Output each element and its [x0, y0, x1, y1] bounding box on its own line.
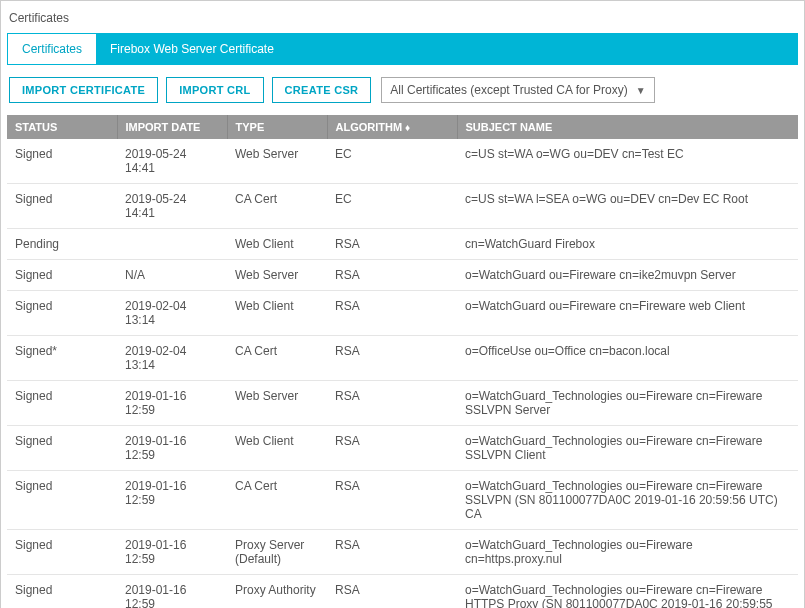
toolbar: IMPORT CERTIFICATE IMPORT CRL CREATE CSR… [7, 65, 798, 115]
page-title: Certificates [7, 7, 798, 33]
cell-alg: RSA [327, 260, 457, 291]
cell-status: Signed [7, 471, 117, 530]
cell-type: Web Client [227, 229, 327, 260]
import-crl-button[interactable]: IMPORT CRL [166, 77, 263, 103]
cell-type: Web Client [227, 291, 327, 336]
cell-alg: RSA [327, 530, 457, 575]
cell-type: Proxy Authority [227, 575, 327, 609]
cell-status: Signed [7, 530, 117, 575]
cell-status: Signed [7, 139, 117, 184]
cell-type: Web Server [227, 139, 327, 184]
cell-date: N/A [117, 260, 227, 291]
table-row[interactable]: Signed2019-01-16 12:59CA CertRSAo=WatchG… [7, 471, 798, 530]
cell-date: 2019-02-04 13:14 [117, 336, 227, 381]
cell-subject: o=WatchGuard ou=Fireware cn=Fireware web… [457, 291, 798, 336]
certificate-filter-select[interactable]: All Certificates (except Trusted CA for … [381, 77, 654, 103]
cell-alg: EC [327, 184, 457, 229]
cell-date: 2019-01-16 12:59 [117, 381, 227, 426]
column-type[interactable]: TYPE [227, 115, 327, 139]
cell-date: 2019-01-16 12:59 [117, 530, 227, 575]
table-row[interactable]: Signed2019-05-24 14:41Web ServerECc=US s… [7, 139, 798, 184]
column-import-date[interactable]: IMPORT DATE [117, 115, 227, 139]
cell-type: Web Client [227, 426, 327, 471]
cell-type: CA Cert [227, 184, 327, 229]
cell-status: Signed [7, 184, 117, 229]
cell-subject: cn=WatchGuard Firebox [457, 229, 798, 260]
column-status[interactable]: STATUS [7, 115, 117, 139]
table-row[interactable]: Signed2019-05-24 14:41CA CertECc=US st=W… [7, 184, 798, 229]
import-certificate-button[interactable]: IMPORT CERTIFICATE [9, 77, 158, 103]
cell-type: CA Cert [227, 336, 327, 381]
tab-firebox-web-server-certificate[interactable]: Firebox Web Server Certificate [96, 34, 288, 64]
cell-alg: RSA [327, 291, 457, 336]
cell-status: Pending [7, 229, 117, 260]
cell-alg: RSA [327, 426, 457, 471]
column-subject-name[interactable]: SUBJECT NAME [457, 115, 798, 139]
cell-alg: RSA [327, 229, 457, 260]
cell-alg: RSA [327, 381, 457, 426]
cell-date: 2019-01-16 12:59 [117, 575, 227, 609]
cell-status: Signed* [7, 336, 117, 381]
certificate-filter-value: All Certificates (except Trusted CA for … [390, 83, 627, 97]
cell-status: Signed [7, 381, 117, 426]
cell-status: Signed [7, 260, 117, 291]
cell-date [117, 229, 227, 260]
cell-subject: o=WatchGuard_Technologies ou=Fireware cn… [457, 530, 798, 575]
cell-subject: o=WatchGuard ou=Fireware cn=ike2muvpn Se… [457, 260, 798, 291]
sort-icon: ♦ [405, 122, 410, 133]
cell-status: Signed [7, 575, 117, 609]
cell-type: Web Server [227, 381, 327, 426]
cell-type: Web Server [227, 260, 327, 291]
cell-date: 2019-01-16 12:59 [117, 426, 227, 471]
table-row[interactable]: Signed2019-01-16 12:59Proxy AuthorityRSA… [7, 575, 798, 609]
cell-subject: c=US st=WA o=WG ou=DEV cn=Test EC [457, 139, 798, 184]
table-row[interactable]: Signed2019-01-16 12:59Web ClientRSAo=Wat… [7, 426, 798, 471]
tab-certificates[interactable]: Certificates [8, 34, 96, 64]
cell-alg: RSA [327, 575, 457, 609]
cell-subject: o=WatchGuard_Technologies ou=Fireware cn… [457, 381, 798, 426]
cell-date: 2019-02-04 13:14 [117, 291, 227, 336]
cell-subject: o=WatchGuard_Technologies ou=Fireware cn… [457, 575, 798, 609]
table-row[interactable]: Signed2019-01-16 12:59Web ServerRSAo=Wat… [7, 381, 798, 426]
cell-alg: RSA [327, 336, 457, 381]
cell-status: Signed [7, 426, 117, 471]
table-row[interactable]: SignedN/AWeb ServerRSAo=WatchGuard ou=Fi… [7, 260, 798, 291]
cell-date: 2019-01-16 12:59 [117, 471, 227, 530]
table-row[interactable]: Signed*2019-02-04 13:14CA CertRSAo=Offic… [7, 336, 798, 381]
table-row[interactable]: Signed2019-02-04 13:14Web ClientRSAo=Wat… [7, 291, 798, 336]
cell-date: 2019-05-24 14:41 [117, 139, 227, 184]
table-row[interactable]: Signed2019-01-16 12:59Proxy Server (Defa… [7, 530, 798, 575]
chevron-down-icon: ▼ [636, 85, 646, 96]
cell-type: CA Cert [227, 471, 327, 530]
cell-status: Signed [7, 291, 117, 336]
cell-alg: RSA [327, 471, 457, 530]
cell-type: Proxy Server (Default) [227, 530, 327, 575]
create-csr-button[interactable]: CREATE CSR [272, 77, 372, 103]
cell-date: 2019-05-24 14:41 [117, 184, 227, 229]
cell-subject: o=OfficeUse ou=Office cn=bacon.local [457, 336, 798, 381]
certificates-table: STATUS IMPORT DATE TYPE ALGORITHM♦ SUBJE… [7, 115, 798, 608]
cell-subject: c=US st=WA l=SEA o=WG ou=DEV cn=Dev EC R… [457, 184, 798, 229]
cell-subject: o=WatchGuard_Technologies ou=Fireware cn… [457, 471, 798, 530]
tabs: Certificates Firebox Web Server Certific… [7, 33, 798, 65]
table-row[interactable]: PendingWeb ClientRSAcn=WatchGuard Firebo… [7, 229, 798, 260]
cell-subject: o=WatchGuard_Technologies ou=Fireware cn… [457, 426, 798, 471]
cell-alg: EC [327, 139, 457, 184]
column-algorithm[interactable]: ALGORITHM♦ [327, 115, 457, 139]
